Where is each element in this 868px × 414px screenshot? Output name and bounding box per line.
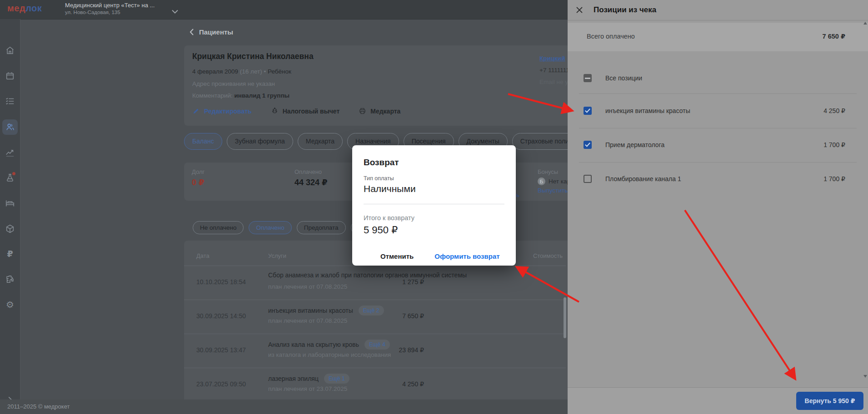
- issue-card-link[interactable]: Выпустить: [538, 187, 570, 194]
- integrations-icon[interactable]: [5, 274, 15, 284]
- paid-block: Оплачено 44 324 ₽: [294, 168, 328, 187]
- printer-icon: [359, 107, 366, 115]
- main-scrollbar-thumb[interactable]: [564, 297, 566, 338]
- clinic-name: Медицинский центр «Тест» на ...: [65, 2, 155, 9]
- tab-dental-formula[interactable]: Зубная формула: [227, 133, 293, 150]
- col-date: Дата: [196, 252, 210, 259]
- receipt-item-row[interactable]: Прием дерматолога 1 700 ₽: [568, 128, 868, 162]
- close-icon[interactable]: [576, 6, 583, 14]
- refund-modal: Возврат Тип оплаты Наличными Итого к воз…: [352, 145, 516, 266]
- patient-birth: 4 февраля 2009 (16 лет) • Ребёнок: [192, 68, 291, 75]
- emblem-icon: [271, 107, 279, 115]
- receipt-item-row[interactable]: инъекция витамины красоты 4 250 ₽: [568, 94, 868, 128]
- payments-icon[interactable]: ₽: [5, 249, 15, 259]
- tasks-icon[interactable]: [5, 96, 15, 106]
- total-paid-band: Всего оплачено 7 650 ₽: [568, 23, 868, 51]
- app-logo: медлок: [7, 3, 42, 14]
- select-all-checkbox[interactable]: [584, 74, 592, 82]
- clinic-selector[interactable]: Медицинский центр «Тест» на ... ул. Ново…: [65, 2, 155, 16]
- bonus-value: Нет кар: [549, 178, 570, 185]
- copyright: 2011–2025 © медрокет: [7, 403, 70, 410]
- chevron-down-icon[interactable]: [172, 7, 178, 15]
- table-row[interactable]: 10.10.2025 18:54 Сбор анамнеза и жалоб п…: [184, 266, 566, 300]
- scroll-down-icon[interactable]: [863, 375, 867, 378]
- clinic-address: ул. Ново-Садовая, 135: [65, 9, 155, 15]
- field-underline: [364, 204, 504, 204]
- select-all-row[interactable]: Все позиции: [568, 63, 868, 94]
- paid-value: 44 324 ₽: [294, 177, 328, 187]
- filter-prepaid[interactable]: Предоплата: [297, 221, 346, 234]
- debt-block: Долг 0 ₽: [192, 168, 205, 187]
- tab-balance[interactable]: Баланс: [184, 133, 222, 150]
- patient-name: Крицкая Кристина Николаевна: [192, 52, 314, 61]
- submit-refund-button[interactable]: Оформить возврат: [434, 252, 499, 260]
- table-row[interactable]: 30.09.2025 14:50 инъекция витамины красо…: [184, 300, 566, 334]
- tax-deduction-button[interactable]: Налоговый вычет: [271, 107, 340, 115]
- payment-type-select[interactable]: Наличными: [364, 183, 416, 194]
- more-badge[interactable]: Ещё 1: [324, 374, 349, 384]
- cancel-button[interactable]: Отменить: [380, 252, 414, 260]
- modal-title: Возврат: [364, 158, 399, 168]
- refund-total-value: 5 950 ₽: [364, 224, 398, 236]
- more-badge[interactable]: Ещё 4: [364, 340, 390, 350]
- table-row[interactable]: 23.07.2025 09:50 лазерная эпиляцЕщё 1 пл…: [184, 368, 566, 402]
- analytics-icon[interactable]: [5, 148, 15, 158]
- settings-icon[interactable]: ⚙: [5, 300, 15, 310]
- refund-amount-button[interactable]: Вернуть 5 950 ₽: [796, 392, 863, 410]
- scroll-up-icon[interactable]: [863, 22, 867, 25]
- home-icon[interactable]: [5, 45, 15, 55]
- patient-address: Адрес проживания не указан: [192, 80, 275, 87]
- relative-link[interactable]: Крицкий: [539, 55, 565, 62]
- item-checkbox[interactable]: [584, 107, 592, 115]
- col-service: Услуги: [268, 252, 286, 259]
- debt-value: 0 ₽: [192, 177, 205, 187]
- calendar-icon[interactable]: [5, 71, 15, 81]
- item-checkbox[interactable]: [584, 141, 592, 149]
- total-paid-value: 7 650 ₽: [823, 33, 845, 40]
- bonus-block: Бонусы Б Нет кар Выпустить: [538, 168, 570, 194]
- receipt-item-row[interactable]: Пломбирование канала 1 1 700 ₽: [568, 162, 868, 196]
- refund-total-label: Итого к возврату: [364, 214, 414, 222]
- back-label: Пациенты: [199, 28, 233, 36]
- tab-medcard[interactable]: Медкарта: [298, 133, 343, 150]
- notification-dot: [12, 172, 15, 175]
- pencil-icon: [192, 107, 200, 115]
- more-badge[interactable]: Ещё 2: [359, 306, 384, 315]
- patient-category: Ребёнок: [268, 68, 291, 75]
- table-row[interactable]: 30.09.2025 13:47 Анализ кала на скрытую …: [184, 334, 566, 368]
- drawer-footer: Вернуть 5 950 ₽: [568, 387, 868, 414]
- patient-age: (16 лет): [240, 68, 262, 75]
- clipped-link-fragment[interactable]: ь: [516, 192, 519, 198]
- ward-icon[interactable]: [5, 198, 15, 208]
- sidebar-nav: ₽ ⚙: [0, 19, 20, 399]
- item-checkbox[interactable]: [584, 175, 592, 183]
- chevron-left-icon: [190, 29, 194, 35]
- bonus-icon: Б: [538, 177, 545, 185]
- receipt-items-drawer: Позиции из чека Всего оплачено 7 650 ₽ В…: [568, 0, 868, 414]
- medcard-print-button[interactable]: Медкарта: [359, 107, 400, 115]
- patient-comment: Комментарий: инвалид 1 группы: [192, 92, 289, 99]
- payment-type-label: Тип оплаты: [364, 175, 394, 182]
- patients-icon[interactable]: [5, 122, 15, 132]
- back-to-patients[interactable]: Пациенты: [190, 28, 233, 36]
- filter-paid[interactable]: Оплачено: [249, 221, 291, 234]
- edit-patient-button[interactable]: Редактировать: [192, 107, 252, 115]
- drawer-title: Позиции из чека: [594, 5, 656, 15]
- filter-unpaid[interactable]: Не оплачено: [193, 221, 244, 234]
- inventory-icon[interactable]: [5, 224, 15, 234]
